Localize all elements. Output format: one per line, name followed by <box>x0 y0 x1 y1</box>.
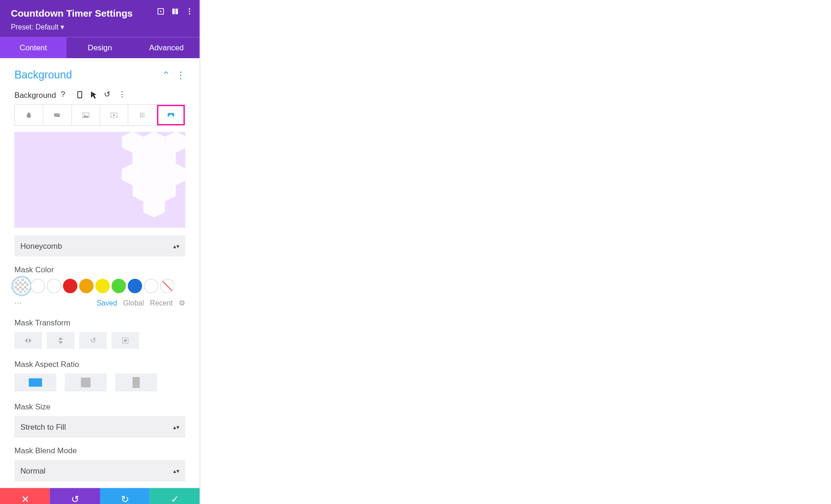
tab-advanced[interactable]: Advanced <box>133 37 199 58</box>
swatch-white-3[interactable] <box>144 279 158 293</box>
svg-point-4 <box>189 8 190 10</box>
bg-tab-video[interactable] <box>100 105 128 125</box>
aspect-portrait-button[interactable] <box>115 373 157 391</box>
svg-point-16 <box>142 114 143 115</box>
swatch-white-2[interactable] <box>47 279 61 293</box>
svg-point-14 <box>144 113 145 114</box>
svg-point-5 <box>189 11 190 12</box>
aspect-landscape-button[interactable] <box>14 373 56 391</box>
bg-tab-mask[interactable] <box>157 105 185 125</box>
palette-recent[interactable]: Recent <box>150 299 173 307</box>
swatch-blue[interactable] <box>128 279 142 293</box>
swatch-transparent[interactable] <box>14 279 29 293</box>
bg-tab-gradient[interactable] <box>43 105 72 125</box>
transform-rotate-button[interactable]: ↺ <box>79 332 107 349</box>
mask-blend-select[interactable]: Normal▴▾ <box>14 460 185 481</box>
background-preview[interactable] <box>14 132 185 228</box>
reset-icon[interactable]: ↺ <box>104 90 114 100</box>
svg-point-19 <box>142 116 143 117</box>
expand-icon[interactable] <box>171 7 179 16</box>
palette-saved[interactable]: Saved <box>96 299 117 307</box>
svg-point-20 <box>144 116 145 117</box>
field-more-icon[interactable]: ⋮ <box>118 90 128 100</box>
transform-flip-v-button[interactable] <box>47 332 74 349</box>
preset-select[interactable]: Preset: Default ▾ <box>11 23 189 31</box>
honeycomb-preview-icon <box>90 132 186 228</box>
svg-point-1 <box>160 11 162 12</box>
aspect-square-button[interactable] <box>65 373 107 391</box>
device-icon[interactable] <box>75 90 85 100</box>
bg-tab-image[interactable] <box>72 105 100 125</box>
color-swatches <box>14 279 185 293</box>
pattern-select[interactable]: Honeycomb▴▾ <box>14 235 185 257</box>
palette-global[interactable]: Global <box>123 299 144 307</box>
background-label: Background <box>14 90 56 99</box>
mask-color-label: Mask Color <box>14 265 185 274</box>
panel-body: Background ⌃ ⋮ Background ? ↺ ⋮ <box>0 58 200 504</box>
svg-rect-2 <box>172 9 175 14</box>
swatch-white-1[interactable] <box>30 279 45 293</box>
svg-point-17 <box>144 114 145 115</box>
bg-tab-pattern[interactable] <box>128 105 157 125</box>
svg-rect-3 <box>175 9 178 14</box>
section-title: Background <box>14 69 72 81</box>
swatch-green[interactable] <box>112 279 126 293</box>
swatch-none[interactable] <box>160 279 175 293</box>
svg-point-10 <box>84 114 84 115</box>
svg-rect-7 <box>78 91 82 98</box>
svg-point-6 <box>189 13 190 14</box>
redo-button[interactable]: ↻ <box>100 488 150 504</box>
mask-aspect-label: Mask Aspect Ratio <box>14 360 185 368</box>
swatch-yellow[interactable] <box>96 279 110 293</box>
svg-point-15 <box>140 114 141 115</box>
cancel-button[interactable]: ✕ <box>0 488 50 504</box>
transform-invert-button[interactable] <box>112 332 139 349</box>
settings-sidebar: Countdown Timer Settings Preset: Default… <box>0 0 200 504</box>
mask-size-select[interactable]: Stretch to Fill▴▾ <box>14 416 185 438</box>
sidebar-header: Countdown Timer Settings Preset: Default… <box>0 0 200 37</box>
focus-icon[interactable] <box>157 7 165 16</box>
mask-transform-label: Mask Transform <box>14 318 185 327</box>
collapse-icon[interactable]: ⌃ <box>162 70 170 81</box>
svg-point-12 <box>140 113 141 114</box>
palette-settings-icon[interactable]: ⚙ <box>179 299 185 307</box>
background-type-tabs <box>14 104 185 126</box>
svg-point-18 <box>140 116 141 117</box>
section-more-icon[interactable]: ⋮ <box>176 70 186 81</box>
mask-blend-label: Mask Blend Mode <box>14 446 185 455</box>
tab-content[interactable]: Content <box>0 37 66 58</box>
swatch-orange[interactable] <box>79 279 93 293</box>
svg-rect-23 <box>124 339 126 342</box>
bg-tab-color[interactable] <box>15 105 43 125</box>
tab-design[interactable]: Design <box>66 37 133 58</box>
mask-size-label: Mask Size <box>14 402 185 411</box>
svg-point-13 <box>142 113 143 114</box>
settings-tabs: Content Design Advanced <box>0 37 200 58</box>
more-icon[interactable] <box>185 7 193 16</box>
more-swatches-icon[interactable]: ⋯ <box>14 299 22 307</box>
hover-icon[interactable] <box>90 90 99 100</box>
save-button[interactable]: ✓ <box>150 488 199 504</box>
help-icon[interactable]: ? <box>61 90 71 100</box>
swatch-red[interactable] <box>63 279 77 293</box>
undo-button[interactable]: ↺ <box>50 488 100 504</box>
transform-flip-h-button[interactable] <box>14 332 42 349</box>
